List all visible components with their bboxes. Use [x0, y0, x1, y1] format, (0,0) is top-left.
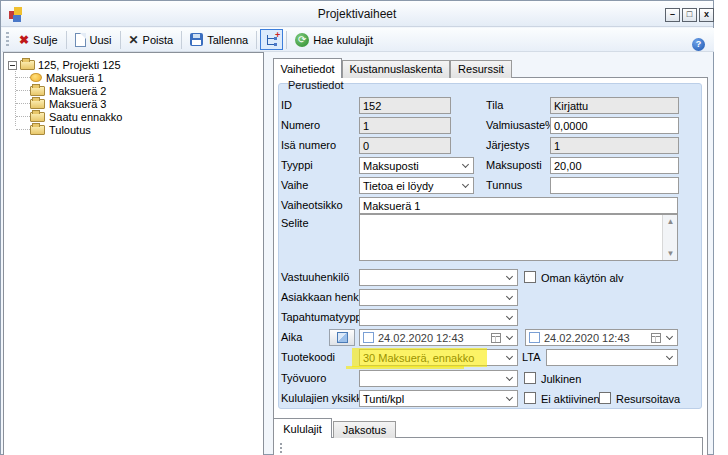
maksuposti-input[interactable]: 20,00 [550, 157, 679, 174]
calendar-icon [491, 333, 501, 343]
tallenna-label: Tallenna [207, 34, 248, 46]
chevron-down-icon [462, 161, 469, 168]
aika-clock-button[interactable] [329, 329, 355, 346]
panel-grip[interactable] [280, 443, 282, 455]
aika-start-datepicker[interactable]: 24.02.2020 12:43 [359, 329, 518, 346]
tapahtumatyyppi-combobox[interactable] [359, 309, 518, 326]
milestone-icon [30, 73, 42, 82]
toolbar-grip[interactable] [6, 32, 9, 48]
ei-aktiivinen-checkbox[interactable] [524, 392, 536, 404]
scrollbar[interactable]: ▲ ▼ [662, 215, 677, 260]
chevron-down-icon [506, 293, 513, 300]
julkinen-label: Julkinen [541, 373, 581, 385]
chevron-down-icon[interactable] [666, 333, 673, 340]
aika-end-value: 24.02.2020 12:43 [544, 331, 630, 345]
vastuuhenkilo-combobox[interactable] [359, 269, 518, 286]
tallenna-button[interactable]: Tallenna [185, 30, 253, 50]
maksuposti-label: Maksuposti [486, 159, 542, 171]
tree-expand-icon: + [265, 33, 279, 47]
uusi-label: Uusi [90, 34, 112, 46]
tunnus-input[interactable] [550, 177, 679, 194]
julkinen-checkbox[interactable] [524, 372, 536, 384]
save-floppy-icon [190, 33, 203, 46]
toolbar-separator [66, 31, 67, 49]
hae-kululajit-button[interactable]: ⟳ Hae kululajit [290, 30, 378, 50]
tapahtumatyyppi-label: Tapahtumatyyppi [281, 311, 364, 323]
poista-label: Poista [143, 34, 174, 46]
lta-combobox[interactable] [546, 349, 678, 366]
tab-vaihetiedot[interactable]: Vaihetiedot [273, 58, 342, 78]
vaihe-label: Vaihe [281, 179, 308, 191]
isa-numero-label: Isä numero [281, 139, 336, 151]
scroll-up-icon[interactable]: ▲ [663, 215, 678, 228]
vaiheotsikko-label: Vaiheotsikko [281, 199, 343, 211]
toolbar-separator [286, 31, 287, 49]
window-title: Projektivaiheet [1, 7, 713, 21]
screen: Projektivaiheet – □ x ✖ Sulje Uusi ✕ Poi… [0, 0, 728, 455]
asiakkaan-henk-combobox[interactable] [359, 289, 518, 306]
new-document-icon [75, 33, 86, 47]
tree-root-node[interactable]: 125, Projekti 125 [8, 58, 121, 72]
poista-button[interactable]: ✕ Poista [124, 30, 179, 50]
sulje-button[interactable]: ✖ Sulje [14, 30, 63, 50]
tree-item-label: Maksuerä 3 [49, 98, 106, 110]
resursoitava-label: Resursoitava [616, 393, 680, 405]
toolbar: ✖ Sulje Uusi ✕ Poista Tallenna [2, 28, 714, 52]
oman-kayton-alv-label: Oman käytön alv [541, 272, 624, 284]
aika-end-datepicker[interactable]: 24.02.2020 12:43 [525, 329, 678, 346]
isa-numero-input: 0 [359, 137, 451, 154]
date-enable-checkbox[interactable] [363, 332, 374, 343]
tyyppi-combobox[interactable]: Maksuposti [359, 157, 474, 174]
tab-kustannuslaskenta[interactable]: Kustannuslaskenta [342, 60, 450, 78]
selite-textarea[interactable]: ▲ ▼ [359, 214, 678, 261]
tila-label: Tila [486, 99, 503, 111]
kululajien-yksikko-combobox[interactable]: Tunti/kpl [359, 390, 518, 407]
chevron-down-icon [506, 394, 513, 401]
vaiheotsikko-input[interactable]: Maksuerä 1 [359, 197, 678, 214]
hae-kululajit-label: Hae kululajit [313, 34, 373, 46]
tree-item-saatu-ennakko[interactable]: Saatu ennakko [30, 110, 122, 123]
tree-item-maksuera-2[interactable]: Maksuerä 2 [30, 84, 106, 97]
uusi-button[interactable]: Uusi [70, 30, 117, 50]
scroll-down-icon[interactable]: ▼ [663, 247, 678, 260]
resursoitava-checkbox[interactable] [599, 392, 611, 404]
maximize-button[interactable]: □ [682, 8, 697, 22]
tyyppi-value: Maksuposti [363, 160, 419, 172]
project-folder-icon [20, 60, 35, 70]
tree-item-maksuera-1[interactable]: Maksuerä 1 [30, 71, 103, 84]
chevron-down-icon[interactable] [506, 333, 513, 340]
close-button[interactable]: x [699, 8, 714, 22]
kululajien-yksikko-label: Kululajien yksikkö [281, 392, 368, 404]
minimize-button[interactable]: – [665, 8, 680, 22]
expand-tree-button[interactable]: + [260, 29, 283, 50]
oman-kayton-alv-checkbox[interactable] [524, 271, 536, 283]
tab-jaksotus[interactable]: Jaksotus [333, 421, 396, 438]
toolbar-separator [256, 31, 257, 49]
collapse-expander-icon[interactable] [8, 61, 17, 70]
tab-kululajit[interactable]: Kululajit [273, 418, 332, 438]
app-window: Projektivaiheet – □ x ✖ Sulje Uusi ✕ Poi… [0, 0, 714, 455]
close-x-icon: ✖ [19, 34, 29, 46]
folder-icon [30, 86, 45, 96]
valmiusaste-input[interactable]: 0,0000 [550, 117, 679, 134]
folder-icon [30, 112, 45, 122]
jarjestys-label: Järjestys [486, 139, 529, 151]
vaihe-combobox[interactable]: Tietoa ei löydy [359, 177, 474, 194]
tuotekoodi-label: Tuotekoodi [281, 351, 335, 363]
tab-resurssit[interactable]: Resurssit [450, 60, 512, 78]
help-icon[interactable]: ? [692, 38, 705, 51]
tunnus-label: Tunnus [486, 179, 522, 191]
groupbox-title: Perustiedot [285, 79, 347, 91]
numero-input: 1 [359, 117, 451, 134]
tila-input: Kirjattu [550, 97, 679, 114]
tyovuoro-combobox[interactable] [359, 370, 518, 387]
date-enable-checkbox[interactable] [529, 332, 540, 343]
tree-item-tuloutus[interactable]: Tuloutus [30, 123, 91, 136]
tree-connector [16, 129, 30, 130]
tree-connector [16, 77, 30, 78]
tuotekoodi-combobox[interactable]: 30 Maksuerä, ennakko [359, 349, 518, 366]
tree-item-label: Maksuerä 1 [46, 72, 103, 84]
toolbar-separator [120, 31, 121, 49]
tree-item-maksuera-3[interactable]: Maksuerä 3 [30, 97, 106, 110]
aika-start-value: 24.02.2020 12:43 [378, 331, 464, 345]
